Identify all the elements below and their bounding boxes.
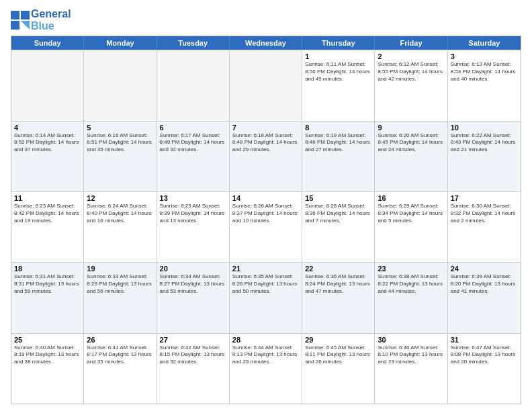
- day-number: 22: [305, 265, 371, 273]
- day-number: 3: [451, 52, 518, 60]
- day-info: Sunrise: 6:25 AM Sunset: 8:39 PM Dayligh…: [160, 203, 226, 224]
- day-number: 7: [232, 124, 299, 132]
- day-info: Sunrise: 6:20 AM Sunset: 8:45 PM Dayligh…: [378, 132, 444, 154]
- weekday-header-monday: Monday: [84, 36, 157, 50]
- calendar-day-21: 21Sunrise: 6:35 AM Sunset: 8:26 PM Dayli…: [230, 263, 302, 332]
- svg-rect-0: [11, 11, 19, 19]
- calendar: SundayMondayTuesdayWednesdayThursdayFrid…: [11, 36, 521, 404]
- calendar-day-25: 25Sunrise: 6:40 AM Sunset: 8:19 PM Dayli…: [11, 334, 84, 404]
- day-info: Sunrise: 6:17 AM Sunset: 8:49 PM Dayligh…: [160, 132, 226, 154]
- weekday-header-sunday: Sunday: [11, 36, 84, 50]
- day-info: Sunrise: 6:13 AM Sunset: 8:53 PM Dayligh…: [451, 61, 518, 83]
- calendar-cell-empty: [84, 50, 157, 120]
- day-number: 2: [378, 52, 444, 60]
- calendar-day-1: 1Sunrise: 6:11 AM Sunset: 8:56 PM Daylig…: [302, 50, 375, 120]
- calendar-day-23: 23Sunrise: 6:38 AM Sunset: 8:22 PM Dayli…: [375, 263, 447, 332]
- day-info: Sunrise: 6:38 AM Sunset: 8:22 PM Dayligh…: [378, 273, 444, 295]
- day-info: Sunrise: 6:18 AM Sunset: 8:48 PM Dayligh…: [232, 132, 299, 154]
- calendar-body: 1Sunrise: 6:11 AM Sunset: 8:56 PM Daylig…: [11, 50, 521, 404]
- calendar-day-20: 20Sunrise: 6:34 AM Sunset: 8:27 PM Dayli…: [157, 263, 230, 332]
- day-info: Sunrise: 6:23 AM Sunset: 8:42 PM Dayligh…: [14, 203, 81, 224]
- day-number: 8: [305, 124, 371, 132]
- day-number: 26: [87, 336, 153, 344]
- day-number: 11: [14, 194, 81, 202]
- weekday-header-wednesday: Wednesday: [230, 36, 302, 50]
- day-info: Sunrise: 6:28 AM Sunset: 8:36 PM Dayligh…: [305, 203, 371, 224]
- weekday-header-saturday: Saturday: [448, 36, 521, 50]
- day-number: 1: [305, 52, 371, 60]
- calendar-day-30: 30Sunrise: 6:46 AM Sunset: 8:10 PM Dayli…: [375, 334, 447, 404]
- calendar-day-12: 12Sunrise: 6:24 AM Sunset: 8:40 PM Dayli…: [84, 192, 157, 262]
- day-number: 29: [305, 336, 371, 344]
- day-info: Sunrise: 6:36 AM Sunset: 8:24 PM Dayligh…: [305, 273, 371, 295]
- day-info: Sunrise: 6:14 AM Sunset: 8:52 PM Dayligh…: [14, 132, 81, 154]
- calendar-row-4: 18Sunrise: 6:31 AM Sunset: 8:31 PM Dayli…: [11, 262, 521, 332]
- day-number: 15: [305, 194, 371, 202]
- day-number: 16: [378, 194, 444, 202]
- day-number: 23: [378, 265, 444, 273]
- day-number: 21: [232, 265, 299, 273]
- day-number: 27: [160, 336, 226, 344]
- day-info: Sunrise: 6:42 AM Sunset: 8:15 PM Dayligh…: [160, 345, 226, 366]
- calendar-day-5: 5Sunrise: 6:16 AM Sunset: 8:51 PM Daylig…: [84, 122, 157, 191]
- day-number: 10: [451, 124, 518, 132]
- day-info: Sunrise: 6:22 AM Sunset: 8:43 PM Dayligh…: [451, 132, 518, 154]
- calendar-day-16: 16Sunrise: 6:29 AM Sunset: 8:34 PM Dayli…: [375, 192, 447, 262]
- day-info: Sunrise: 6:19 AM Sunset: 8:46 PM Dayligh…: [305, 132, 371, 154]
- weekday-header-friday: Friday: [375, 36, 447, 50]
- calendar-cell-empty: [11, 50, 84, 120]
- day-info: Sunrise: 6:11 AM Sunset: 8:56 PM Dayligh…: [305, 61, 371, 83]
- calendar-header-row: SundayMondayTuesdayWednesdayThursdayFrid…: [11, 36, 521, 50]
- day-info: Sunrise: 6:35 AM Sunset: 8:26 PM Dayligh…: [232, 273, 299, 295]
- day-info: Sunrise: 6:31 AM Sunset: 8:31 PM Dayligh…: [14, 273, 81, 295]
- calendar-day-22: 22Sunrise: 6:36 AM Sunset: 8:24 PM Dayli…: [302, 263, 375, 332]
- calendar-day-7: 7Sunrise: 6:18 AM Sunset: 8:48 PM Daylig…: [230, 122, 302, 191]
- calendar-row-2: 4Sunrise: 6:14 AM Sunset: 8:52 PM Daylig…: [11, 121, 521, 191]
- day-number: 25: [14, 336, 81, 344]
- logo-text: General Blue: [31, 8, 71, 32]
- day-info: Sunrise: 6:40 AM Sunset: 8:19 PM Dayligh…: [14, 345, 81, 366]
- day-info: Sunrise: 6:30 AM Sunset: 8:32 PM Dayligh…: [451, 203, 518, 224]
- day-info: Sunrise: 6:34 AM Sunset: 8:27 PM Dayligh…: [160, 273, 226, 295]
- day-info: Sunrise: 6:44 AM Sunset: 8:13 PM Dayligh…: [232, 345, 299, 366]
- calendar-day-29: 29Sunrise: 6:45 AM Sunset: 8:11 PM Dayli…: [302, 334, 375, 404]
- day-info: Sunrise: 6:41 AM Sunset: 8:17 PM Dayligh…: [87, 345, 153, 366]
- day-number: 30: [378, 336, 444, 344]
- page: General Blue SundayMondayTuesdayWednesda…: [0, 0, 532, 411]
- calendar-row-3: 11Sunrise: 6:23 AM Sunset: 8:42 PM Dayli…: [11, 191, 521, 262]
- calendar-row-5: 25Sunrise: 6:40 AM Sunset: 8:19 PM Dayli…: [11, 333, 521, 404]
- svg-rect-1: [21, 11, 30, 19]
- calendar-day-18: 18Sunrise: 6:31 AM Sunset: 8:31 PM Dayli…: [11, 263, 84, 332]
- calendar-day-4: 4Sunrise: 6:14 AM Sunset: 8:52 PM Daylig…: [11, 122, 84, 191]
- calendar-day-14: 14Sunrise: 6:26 AM Sunset: 8:37 PM Dayli…: [230, 192, 302, 262]
- day-info: Sunrise: 6:39 AM Sunset: 8:20 PM Dayligh…: [451, 273, 518, 295]
- day-info: Sunrise: 6:12 AM Sunset: 8:55 PM Dayligh…: [378, 61, 444, 83]
- calendar-day-9: 9Sunrise: 6:20 AM Sunset: 8:45 PM Daylig…: [375, 122, 447, 191]
- day-info: Sunrise: 6:26 AM Sunset: 8:37 PM Dayligh…: [232, 203, 299, 224]
- calendar-row-1: 1Sunrise: 6:11 AM Sunset: 8:56 PM Daylig…: [11, 50, 521, 120]
- calendar-day-24: 24Sunrise: 6:39 AM Sunset: 8:20 PM Dayli…: [448, 263, 521, 332]
- calendar-cell-empty: [157, 50, 230, 120]
- svg-marker-3: [21, 21, 30, 30]
- calendar-day-3: 3Sunrise: 6:13 AM Sunset: 8:53 PM Daylig…: [448, 50, 521, 120]
- calendar-day-28: 28Sunrise: 6:44 AM Sunset: 8:13 PM Dayli…: [230, 334, 302, 404]
- calendar-day-15: 15Sunrise: 6:28 AM Sunset: 8:36 PM Dayli…: [302, 192, 375, 262]
- calendar-day-11: 11Sunrise: 6:23 AM Sunset: 8:42 PM Dayli…: [11, 192, 84, 262]
- day-number: 20: [160, 265, 226, 273]
- calendar-day-19: 19Sunrise: 6:33 AM Sunset: 8:29 PM Dayli…: [84, 263, 157, 332]
- weekday-header-thursday: Thursday: [302, 36, 375, 50]
- day-number: 14: [232, 194, 299, 202]
- day-info: Sunrise: 6:16 AM Sunset: 8:51 PM Dayligh…: [87, 132, 153, 154]
- day-info: Sunrise: 6:46 AM Sunset: 8:10 PM Dayligh…: [378, 345, 444, 366]
- calendar-day-31: 31Sunrise: 6:47 AM Sunset: 8:08 PM Dayli…: [448, 334, 521, 404]
- day-info: Sunrise: 6:47 AM Sunset: 8:08 PM Dayligh…: [451, 345, 518, 366]
- calendar-day-13: 13Sunrise: 6:25 AM Sunset: 8:39 PM Dayli…: [157, 192, 230, 262]
- day-number: 17: [451, 194, 518, 202]
- weekday-header-tuesday: Tuesday: [157, 36, 230, 50]
- day-number: 19: [87, 265, 153, 273]
- day-info: Sunrise: 6:45 AM Sunset: 8:11 PM Dayligh…: [305, 345, 371, 366]
- calendar-day-2: 2Sunrise: 6:12 AM Sunset: 8:55 PM Daylig…: [375, 50, 447, 120]
- calendar-day-10: 10Sunrise: 6:22 AM Sunset: 8:43 PM Dayli…: [448, 122, 521, 191]
- day-number: 4: [14, 124, 81, 132]
- calendar-day-27: 27Sunrise: 6:42 AM Sunset: 8:15 PM Dayli…: [157, 334, 230, 404]
